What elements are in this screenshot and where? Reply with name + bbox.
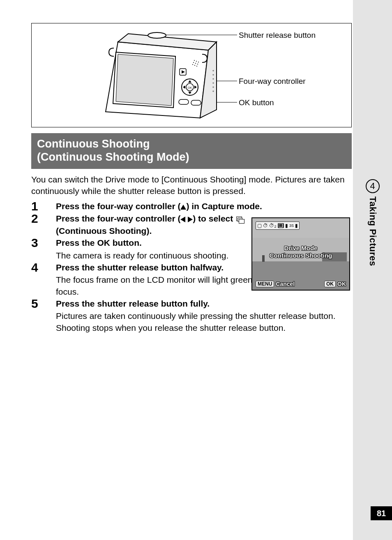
- single-frame-icon: ▢: [257, 223, 262, 228]
- intro-text: You can switch the Drive mode to [Contin…: [31, 174, 352, 197]
- svg-rect-14: [191, 100, 201, 105]
- remote-delay-label: 3S: [289, 224, 294, 228]
- svg-point-21: [192, 64, 193, 65]
- continuous-shooting-icon: ❏: [278, 223, 284, 228]
- up-arrow-icon: [180, 205, 186, 210]
- step-title: Press the OK button.: [56, 237, 245, 249]
- lcd-mode-heading: Drive Mode: [252, 245, 349, 252]
- page-number: 81: [371, 506, 392, 520]
- svg-point-20: [197, 64, 198, 65]
- ok-button-chip: OK: [324, 281, 336, 287]
- remote-immediate-icon: ▮: [295, 223, 298, 228]
- chapter-number-badge: 4: [366, 179, 380, 193]
- step-number: 5: [31, 298, 56, 310]
- chapter-title: Taking Pictures: [367, 196, 378, 266]
- step-1: 1 Press the four-way controller () in Ca…: [31, 200, 352, 212]
- step-title-part-b: ) to select: [193, 214, 235, 223]
- lcd-footer: MENU Cancel OK OK: [256, 281, 346, 287]
- step-title-part-c: (Continuous Shooting).: [56, 226, 152, 235]
- section-heading: Continuous Shooting (Continuous Shooting…: [31, 133, 352, 169]
- svg-rect-13: [179, 99, 189, 104]
- callout-fourway: Four-way controller: [239, 77, 306, 86]
- step-title-part-a: Press the four-way controller (: [56, 201, 180, 211]
- page-content: OK Shutter r: [0, 0, 353, 540]
- svg-point-19: [195, 63, 196, 64]
- self-timer-icon: ⏱: [263, 223, 268, 228]
- callout-ok: OK button: [239, 98, 274, 107]
- svg-point-8: [148, 32, 166, 38]
- callout-shutter: Shutter release button: [239, 31, 316, 40]
- continuous-shooting-icon: [236, 217, 244, 222]
- self-timer-2s-icon: ⏱₂: [269, 223, 277, 228]
- svg-point-15: [194, 60, 195, 61]
- ok-button-label: OK: [337, 281, 346, 287]
- step-title: Press the shutter release button fully.: [56, 298, 352, 309]
- camera-diagram: OK Shutter r: [31, 23, 352, 127]
- lcd-preview: ▢ ⏱ ⏱₂ ❏ ▮ 3S ▮ Drive Mode Continuous Sh…: [251, 217, 350, 291]
- step-title-part-a: Press the four-way controller (: [56, 214, 180, 223]
- step-5: 5 Press the shutter release button fully…: [31, 298, 352, 334]
- step-number: 3: [31, 237, 56, 249]
- svg-point-17: [198, 62, 199, 62]
- side-tab: 4 Taking Pictures 81: [353, 0, 392, 540]
- step-number: 1: [31, 200, 56, 212]
- svg-point-16: [196, 61, 197, 62]
- step-number: 4: [31, 261, 56, 274]
- left-arrow-icon: [180, 217, 185, 222]
- svg-text:OK: OK: [188, 86, 192, 89]
- step-title: Press the four-way controller () in Capt…: [56, 200, 352, 212]
- step-title-part-b: ) in Capture mode.: [186, 201, 262, 211]
- svg-point-18: [193, 62, 194, 63]
- step-title: Press the four-way controller ( ) to sel…: [56, 212, 245, 237]
- step-description: Pictures are taken continuously while pr…: [56, 310, 352, 334]
- section-title-line2: (Continuous Shooting Mode): [37, 150, 346, 164]
- step-description: The camera is ready for continuous shoot…: [56, 250, 245, 261]
- svg-point-23: [196, 66, 197, 67]
- remote-icon: ▮: [285, 223, 288, 228]
- section-title-line1: Continuous Shooting: [37, 137, 346, 150]
- step-number: 2: [31, 212, 56, 225]
- menu-button-label: Cancel: [276, 281, 295, 287]
- lcd-mode-name: Continuous Shooting: [252, 252, 349, 259]
- menu-button-chip: MENU: [256, 281, 274, 287]
- right-arrow-icon: [188, 217, 193, 222]
- svg-point-22: [194, 65, 195, 66]
- steps-list: 1 Press the four-way controller () in Ca…: [31, 200, 352, 334]
- drive-mode-bar: ▢ ⏱ ⏱₂ ❏ ▮ 3S ▮: [256, 222, 300, 230]
- svg-marker-7: [116, 54, 173, 106]
